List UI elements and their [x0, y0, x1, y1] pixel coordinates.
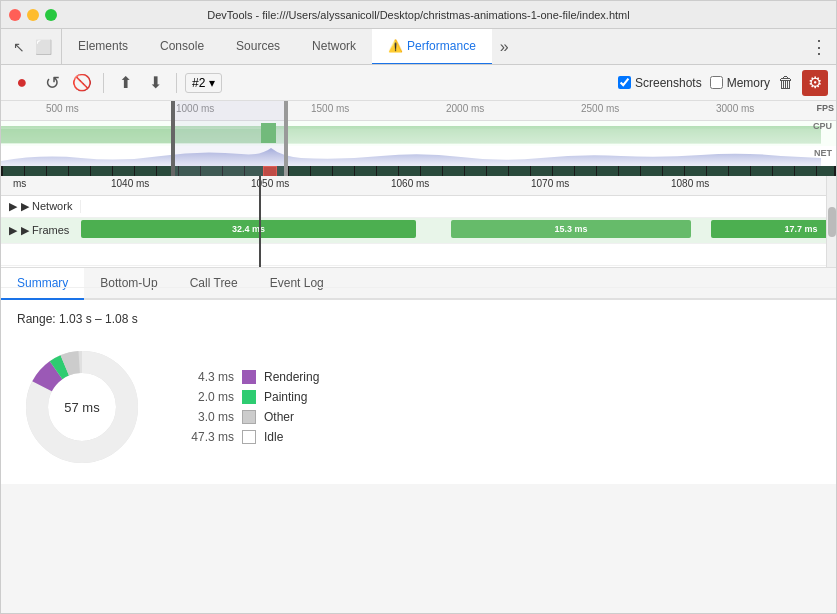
bottom-panel: Summary Bottom-Up Call Tree Event Log Ra…: [1, 268, 836, 484]
svg-rect-2: [1, 129, 261, 143]
network-row[interactable]: ▶ ▶ Network: [1, 196, 836, 218]
cpu-bar: NET: [1, 146, 836, 166]
devtools-menu-button[interactable]: ⋮: [810, 36, 828, 58]
cursor-icon[interactable]: ↖: [9, 37, 29, 57]
fps-bar: CPU: [1, 121, 836, 146]
memory-checkbox[interactable]: [710, 76, 723, 89]
maximize-button[interactable]: [45, 9, 57, 21]
svg-rect-1: [261, 123, 276, 143]
device-icon[interactable]: ⬜: [33, 37, 53, 57]
close-button[interactable]: [9, 9, 21, 21]
tick-2500: 2500 ms: [581, 103, 619, 114]
title-bar: DevTools - file:///Users/alyssanicoll/De…: [1, 1, 836, 29]
profile-selector[interactable]: #2 ▾: [185, 73, 222, 93]
clear-button[interactable]: 🚫: [69, 70, 95, 96]
tick-3000: 3000 ms: [716, 103, 754, 114]
tick-500: 500 ms: [46, 103, 79, 114]
reload-button[interactable]: ↺: [39, 70, 65, 96]
svg-rect-3: [276, 129, 821, 143]
summary-chart-area: 57 ms 4.3 ms Rendering 2.0 ms Painting 3…: [17, 342, 820, 472]
fps-label: FPS: [816, 103, 834, 113]
legend-row-painting: 2.0 ms Painting: [179, 390, 319, 404]
memory-toggle[interactable]: Memory: [710, 76, 770, 90]
toolbar-right: Screenshots Memory 🗑 ⚙: [618, 70, 828, 96]
frame-block-2: 15.3 ms: [451, 220, 691, 238]
tab-bar: ↖ ⬜ Elements Console Sources Network ⚠️ …: [1, 29, 836, 65]
net-label: NET: [814, 148, 832, 158]
scrollbar-thumb[interactable]: [828, 207, 836, 237]
legend-row-rendering: 4.3 ms Rendering: [179, 370, 319, 384]
network-row-label[interactable]: ▶ ▶ Network: [1, 200, 81, 213]
toolbar-separator-2: [176, 73, 177, 93]
settings-button[interactable]: ⚙: [802, 70, 828, 96]
tab-sources[interactable]: Sources: [220, 29, 296, 64]
tick-1000: 1000 ms: [176, 103, 214, 114]
window-controls[interactable]: [9, 9, 57, 21]
frames-row[interactable]: ▶ ▶ Frames 32.4 ms 15.3 ms 17.7 ms: [1, 218, 836, 244]
empty-row-2: [1, 266, 836, 288]
tab-performance[interactable]: ⚠️ Performance: [372, 29, 492, 64]
other-color: [242, 410, 256, 424]
screenshots-toggle[interactable]: Screenshots: [618, 76, 702, 90]
range-label: Range: 1.03 s – 1.08 s: [17, 312, 820, 326]
detail-tick-1040: 1040 ms: [111, 178, 149, 189]
detail-tick-1080: 1080 ms: [671, 178, 709, 189]
tab-elements[interactable]: Elements: [62, 29, 144, 64]
frame-block-3: 17.7 ms: [711, 220, 836, 238]
idle-color: [242, 430, 256, 444]
tick-1500: 1500 ms: [311, 103, 349, 114]
rendering-color: [242, 370, 256, 384]
upload-button[interactable]: ⬆: [112, 70, 138, 96]
detail-tick-ms: ms: [13, 178, 26, 189]
frames-row-label[interactable]: ▶ ▶ Frames: [1, 224, 81, 237]
donut-chart: 57 ms: [17, 342, 147, 472]
timeline-overview[interactable]: 500 ms 1000 ms 1500 ms 2000 ms 2500 ms 3…: [1, 101, 836, 176]
window-title: DevTools - file:///Users/alyssanicoll/De…: [1, 9, 836, 21]
legend-row-other: 3.0 ms Other: [179, 410, 319, 424]
frames-expand-icon[interactable]: ▶: [9, 224, 17, 237]
screenshots-checkbox[interactable]: [618, 76, 631, 89]
download-button[interactable]: ⬇: [142, 70, 168, 96]
donut-total-label: 57 ms: [64, 400, 99, 415]
gear-icon: ⚙: [808, 73, 822, 92]
detail-ruler: ms 1040 ms 1050 ms 1060 ms 1070 ms 1080 …: [1, 176, 836, 196]
summary-legend: 4.3 ms Rendering 2.0 ms Painting 3.0 ms …: [179, 370, 319, 444]
timeline-ruler: 500 ms 1000 ms 1500 ms 2000 ms 2500 ms 3…: [1, 101, 836, 121]
warning-icon: ⚠️: [388, 39, 403, 53]
timeline-detail[interactable]: ms 1040 ms 1050 ms 1060 ms 1070 ms 1080 …: [1, 176, 836, 268]
timeline-scrollbar[interactable]: [826, 176, 836, 267]
frames-row-content: 32.4 ms 15.3 ms 17.7 ms: [81, 218, 836, 243]
record-button[interactable]: ●: [9, 70, 35, 96]
legend-row-idle: 47.3 ms Idle: [179, 430, 319, 444]
tick-2000: 2000 ms: [446, 103, 484, 114]
network-row-content: [81, 196, 836, 217]
empty-row-1: [1, 244, 836, 266]
devtools-icons[interactable]: ↖ ⬜: [1, 29, 62, 64]
chevron-down-icon: ▾: [209, 76, 215, 90]
more-tabs-button[interactable]: »: [492, 29, 517, 64]
detail-tick-1070: 1070 ms: [531, 178, 569, 189]
performance-toolbar: ● ↺ 🚫 ⬆ ⬇ #2 ▾ Screenshots Memory 🗑 ⚙: [1, 65, 836, 101]
cpu-label: CPU: [813, 121, 832, 131]
frame-block-1: 32.4 ms: [81, 220, 416, 238]
detail-tick-1050: 1050 ms: [251, 178, 289, 189]
toolbar-separator-1: [103, 73, 104, 93]
delete-profile-button[interactable]: 🗑: [778, 74, 794, 92]
selection-right-handle[interactable]: [284, 101, 288, 176]
summary-content: Range: 1.03 s – 1.08 s: [1, 300, 836, 484]
detail-tick-1060: 1060 ms: [391, 178, 429, 189]
tab-console[interactable]: Console: [144, 29, 220, 64]
minimize-button[interactable]: [27, 9, 39, 21]
selection-left-handle[interactable]: [171, 101, 175, 176]
tab-network[interactable]: Network: [296, 29, 372, 64]
painting-color: [242, 390, 256, 404]
network-expand-icon[interactable]: ▶: [9, 200, 17, 213]
tab-bar-right: ⋮: [802, 29, 836, 64]
